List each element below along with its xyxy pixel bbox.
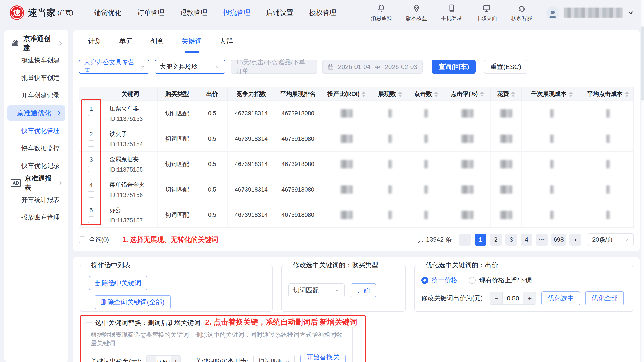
util-notifications[interactable]: 消息通知 <box>371 4 392 22</box>
plus-button[interactable]: + <box>171 356 180 362</box>
replace-match-type-select[interactable]: 切词匹配 <box>254 355 295 362</box>
optimize-all-button[interactable]: 优化全部 <box>585 291 624 305</box>
tab-creative[interactable]: 创意 <box>150 30 164 53</box>
page-button-3[interactable]: 3 <box>505 234 517 246</box>
page-button-2[interactable]: 2 <box>490 234 502 246</box>
float-price-radio[interactable]: 现有价格上浮/下调 <box>469 276 532 285</box>
sidebar-group-jzt-reports[interactable]: AD 京准通报表 <box>4 175 68 191</box>
shop-select[interactable]: 大兜办公文具专营店 <box>79 60 150 74</box>
optimize-selected-button[interactable]: 优化选中 <box>542 291 580 305</box>
header-impressions-sort[interactable]: 展现数 <box>372 87 408 101</box>
plus-button[interactable]: + <box>524 292 536 304</box>
cpc-cell-redacted <box>582 126 634 152</box>
chevron-right-icon <box>58 40 64 46</box>
page-scrollbar[interactable] <box>641 0 644 362</box>
sidebar-group-jzt-create[interactable]: 京准通创建 <box>4 35 68 52</box>
cost-cell-redacted <box>490 202 522 227</box>
util-version-benefits[interactable]: 版本权益 <box>406 4 427 22</box>
sidebar-item-stats-report[interactable]: 开车统计报表 <box>4 191 68 209</box>
delete-selected-keywords-button[interactable]: 删除选中关键词 <box>89 276 147 290</box>
tab-unit[interactable]: 单元 <box>119 30 133 53</box>
avatar <box>546 6 560 19</box>
sidebar-item-account-manage[interactable]: 投放账户管理 <box>4 209 68 226</box>
page-button-4[interactable]: 4 <box>520 234 532 246</box>
row-checkbox[interactable] <box>88 191 94 198</box>
operate-fieldset: 操作选中列表 删除选中关键词 删除查询关键词(全部) <box>80 265 273 312</box>
next-page-button[interactable]: › <box>570 234 581 246</box>
nav-item-authorization[interactable]: 授权管理 <box>309 8 336 17</box>
tab-audience[interactable]: 人群 <box>220 30 233 53</box>
table-header-row: 关键词 购买类型 出价 竞争力指数 平均展现排名 投产比(ROI) 展现数 点击… <box>79 87 634 101</box>
metric-input[interactable]: 15天/点击/不含赠品/下单订单 <box>230 60 317 74</box>
sidebar-item-optimize-manage[interactable]: 快车优化管理 <box>4 122 68 140</box>
start-replace-keywords-button[interactable]: 开始替换关键词 <box>300 355 346 362</box>
header-roi-sort[interactable]: 投产比(ROI) <box>321 87 372 101</box>
reset-button[interactable]: 重置(ESC) <box>484 60 528 74</box>
header-cpc-sort[interactable]: 平均点击成本 <box>582 87 634 101</box>
tab-plan[interactable]: 计划 <box>88 30 102 53</box>
start-modify-button[interactable]: 开始 <box>351 283 376 297</box>
prev-page-button[interactable]: ‹ <box>459 234 471 246</box>
nav-item-shop-settings[interactable]: 店铺设置 <box>266 8 293 17</box>
util-customer-service[interactable]: 联系客服 <box>511 4 532 22</box>
clicks-cell-redacted <box>408 126 444 152</box>
bell-icon <box>377 4 386 13</box>
uniform-price-radio[interactable]: 统一价格 <box>421 276 457 285</box>
minus-button[interactable]: − <box>490 292 502 304</box>
app-logo[interactable]: 速 <box>10 5 24 20</box>
header-ctr-sort[interactable]: 点击率(%) <box>444 87 490 101</box>
header-clicks-sort[interactable]: 点击数 <box>408 87 444 101</box>
sidebar-item-batch-create[interactable]: 批量快车创建 <box>4 69 68 87</box>
page-button-1[interactable]: 1 <box>474 234 486 246</box>
row-checkbox[interactable] <box>88 216 94 223</box>
bulk-actions-row: 操作选中列表 删除选中关键词 删除查询关键词(全部) 修改选中关键词的：购买类型… <box>80 265 633 312</box>
shop-select-value: 大兜办公文具专营店 <box>84 58 140 75</box>
util-download-desktop[interactable]: 下载桌面 <box>476 4 497 22</box>
roi-cell-redacted <box>321 177 372 202</box>
sidebar-item-data-monitor[interactable]: 快车数据监控 <box>4 140 68 157</box>
row-checkbox[interactable] <box>88 166 94 172</box>
sort-carets-icon <box>434 91 438 97</box>
cpc-cell-redacted <box>582 152 634 177</box>
keyword-name: 办公 <box>110 206 157 214</box>
table-row: 5 办公ID:11375157 切词匹配 0.5 4673918314 4673… <box>79 202 634 227</box>
content-area: 京准通创建 极速快车创建 批量快车创建 开车创建记录 京准通优化 快车优化管理 … <box>0 25 644 362</box>
sort-carets-icon <box>511 91 515 97</box>
sidebar-item-create-records[interactable]: 开车创建记录 <box>4 87 68 104</box>
scrollbar-thumb[interactable] <box>641 26 644 101</box>
header-cost-sort[interactable]: 花费 <box>490 87 522 101</box>
delete-all-queried-keywords-button[interactable]: 删除查询关键词(全部) <box>95 295 170 309</box>
sidebar-group-jzt-optimize[interactable]: 京准通优化 <box>8 106 65 121</box>
header-cpm-sort[interactable]: 千次展现成本 <box>522 87 582 101</box>
match-type-select[interactable]: 切词匹配 <box>288 283 344 297</box>
row-checkbox[interactable] <box>88 140 94 147</box>
select-all-checkbox[interactable] <box>79 236 86 243</box>
bid-cell: 0.5 <box>197 126 228 152</box>
tab-keyword[interactable]: 关键词 <box>182 30 202 53</box>
page-size-select[interactable]: 20条/页 <box>588 233 634 246</box>
campaign-select[interactable]: 大兜文具玲玲 <box>155 60 225 74</box>
sort-carets-icon <box>480 91 484 97</box>
replace-bid-value[interactable]: 0.50 <box>156 356 171 362</box>
user-menu[interactable] <box>546 6 634 19</box>
cpm-cell-redacted <box>522 177 582 202</box>
minus-button[interactable]: − <box>147 356 156 362</box>
roi-cell-redacted <box>321 152 372 177</box>
nav-item-traffic[interactable]: 投流管理 <box>223 8 250 17</box>
util-phone-login[interactable]: 手机登录 <box>441 4 462 22</box>
sidebar-item-optimize-records[interactable]: 快车优化记录 <box>4 157 68 175</box>
date-range-picker[interactable]: 2026-01-04 至 2026-02-03 <box>322 60 422 74</box>
roi-cell-redacted <box>321 101 372 126</box>
table-row: 1 压票夹单器ID:11375153 切词匹配 0.5 4673918314 4… <box>79 101 634 126</box>
row-index: 1 <box>90 106 93 112</box>
page-button-698[interactable]: 698 <box>551 234 566 246</box>
bid-value[interactable]: 0.50 <box>502 292 524 304</box>
nav-item-orders[interactable]: 订单管理 <box>137 8 164 17</box>
nav-item-refunds[interactable]: 退款管理 <box>180 8 207 17</box>
bid-cell: 0.5 <box>197 177 228 202</box>
row-checkbox[interactable] <box>88 115 94 122</box>
nav-item-goods[interactable]: 铺货优化 <box>94 8 122 17</box>
sidebar-item-fast-create[interactable]: 极速快车创建 <box>4 52 68 69</box>
search-button[interactable]: 查询(回车) <box>432 60 476 74</box>
page-ellipsis[interactable]: ••• <box>536 234 548 246</box>
